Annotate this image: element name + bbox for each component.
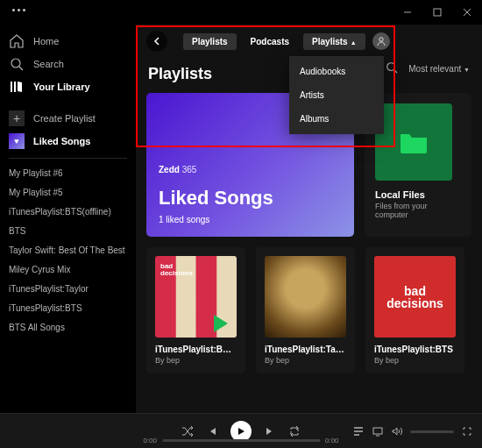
chevron-down-icon: ▼ (464, 67, 470, 73)
previous-button[interactable] (206, 425, 218, 437)
tab-filter-dropdown[interactable]: Playlists▲ (303, 33, 365, 50)
menu-dots[interactable] (12, 9, 25, 11)
time-elapsed: 0:00 (143, 437, 157, 444)
sidebar-playlist[interactable]: Taylor Swift: Best Of The Best (9, 241, 127, 260)
svg-rect-6 (11, 82, 12, 92)
tab-playlists[interactable]: Playlists (183, 33, 237, 50)
svg-line-5 (19, 67, 23, 70)
repeat-button[interactable] (288, 425, 301, 437)
user-avatar[interactable] (372, 32, 390, 50)
sidebar-create[interactable]: + Create Playlist (9, 107, 127, 130)
dropdown-item[interactable]: Audiobooks (289, 60, 384, 83)
time-total: 0:00 (325, 437, 339, 444)
sidebar-search[interactable]: Search (9, 53, 127, 75)
plus-icon: + (9, 110, 25, 126)
sidebar-playlist[interactable]: Miley Cyrus Mix (9, 260, 127, 280)
sidebar-create-label: Create Playlist (33, 113, 96, 124)
playlist-by: By bep (374, 356, 456, 365)
fullscreen-button[interactable] (461, 425, 473, 437)
playlist-card[interactable]: iTunesPlaylist:BTS(... By bep (146, 247, 245, 373)
playlist-thumb: bad decisions (374, 256, 456, 338)
playlist-thumb (155, 256, 237, 338)
liked-count: 1 liked songs (159, 215, 342, 224)
sidebar-search-label: Search (33, 59, 64, 69)
sidebar-home[interactable]: Home (9, 30, 127, 53)
library-icon (9, 79, 25, 95)
divider (9, 158, 127, 159)
dropdown-item[interactable]: Artists (289, 83, 384, 107)
svg-point-4 (11, 59, 20, 68)
search-icon[interactable] (386, 61, 398, 75)
progress-bar[interactable] (162, 439, 320, 442)
queue-button[interactable] (352, 425, 365, 437)
next-button[interactable] (264, 425, 276, 437)
sort-dropdown[interactable]: Most relevant ▼ (408, 64, 470, 74)
recent-track: Zedd 365 (159, 165, 342, 174)
sidebar-playlist[interactable]: iTunesPlaylist:Taylor (9, 280, 127, 299)
shuffle-button[interactable] (181, 425, 194, 437)
sidebar: Home Search Your Library + Create Playli… (0, 25, 136, 413)
sidebar-home-label: Home (33, 36, 59, 46)
svg-rect-1 (434, 9, 441, 16)
folder-icon (375, 103, 452, 181)
svg-line-10 (394, 70, 398, 74)
tab-podcasts[interactable]: Podcasts (242, 33, 298, 50)
svg-point-9 (387, 63, 395, 71)
sidebar-playlist[interactable]: BTS All Songs (9, 318, 127, 338)
sidebar-playlist[interactable]: iTunesPlaylist:BTS(offline) (9, 203, 127, 222)
heart-icon: ♥ (9, 133, 25, 149)
playlist-thumb (265, 256, 346, 338)
playlist-title: iTunesPlaylist:BTS(... (155, 345, 237, 354)
volume-button[interactable] (391, 425, 403, 437)
playlist-card[interactable]: bad decisions iTunesPlaylist:BTS By bep (365, 247, 464, 373)
main-content: Playlists Podcasts Playlists▲ Audiobooks… (136, 25, 482, 413)
close-button[interactable] (452, 1, 482, 24)
player-bar: 0:00 0:00 (0, 413, 482, 448)
sidebar-playlist[interactable]: BTS (9, 222, 127, 241)
home-icon (9, 33, 25, 49)
sidebar-playlist[interactable]: iTunesPlaylist:BTS (9, 299, 127, 318)
svg-point-8 (379, 38, 382, 41)
svg-rect-11 (373, 428, 382, 434)
sidebar-liked[interactable]: ♥ Liked Songs (9, 130, 127, 153)
minimize-button[interactable] (393, 1, 422, 24)
file-title: Local Files (375, 189, 461, 200)
playlist-title: iTunesPlaylist:BTS (374, 345, 456, 354)
svg-rect-7 (14, 82, 16, 92)
playlist-by: By bep (265, 356, 346, 365)
page-title: Playlists (148, 65, 212, 83)
search-icon (9, 56, 25, 72)
maximize-button[interactable] (422, 1, 452, 24)
filter-dropdown-menu: Audiobooks Artists Albums (289, 56, 384, 134)
dropdown-item[interactable]: Albums (289, 107, 384, 131)
liked-title: Liked Songs (159, 187, 342, 210)
playlist-card[interactable]: iTunesPlaylist:Taylor By bep (256, 247, 355, 373)
playlist-by: By bep (155, 356, 237, 365)
sidebar-library[interactable]: Your Library (9, 75, 127, 98)
sidebar-liked-label: Liked Songs (33, 136, 90, 146)
sidebar-playlist[interactable]: My Playlist #5 (9, 183, 127, 203)
volume-bar[interactable] (410, 430, 454, 433)
sidebar-playlist[interactable]: My Playlist #6 (9, 164, 127, 183)
file-sub: Files from your computer (375, 202, 461, 219)
chevron-up-icon: ▲ (351, 39, 357, 46)
back-button[interactable] (146, 31, 167, 52)
playlist-title: iTunesPlaylist:Taylor (265, 345, 346, 354)
sidebar-library-label: Your Library (33, 82, 90, 92)
devices-button[interactable] (372, 425, 384, 437)
